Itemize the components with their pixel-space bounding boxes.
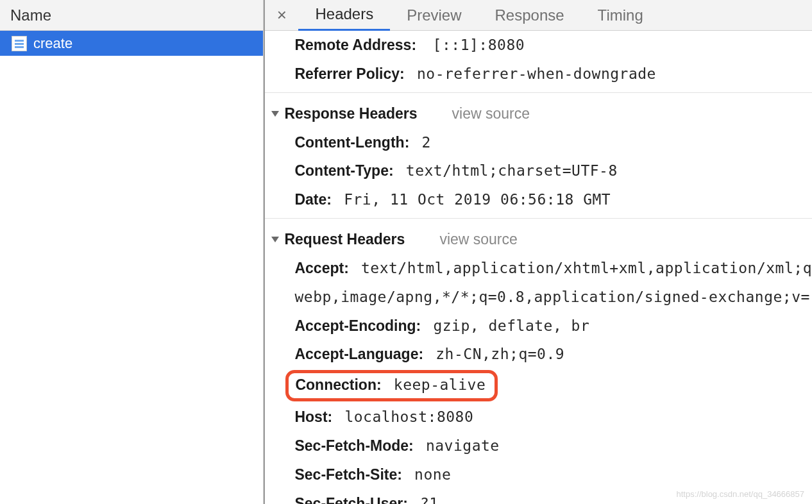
chevron-down-icon (271, 111, 279, 117)
response-headers-section[interactable]: Response Headers view source (265, 99, 812, 128)
accept-language-value: zh-CN,zh;q=0.9 (436, 346, 564, 362)
details-pane: × Headers Preview Response Timing Remote… (264, 0, 812, 504)
sec-fetch-mode-key: Sec-Fetch-Mode: (294, 437, 413, 454)
chevron-down-icon (271, 237, 279, 242)
content-length-key: Content-Length: (294, 134, 409, 151)
tab-timing[interactable]: Timing (581, 0, 660, 31)
watermark: https://blog.csdn.net/qq_34666857 (677, 489, 805, 499)
headers-content: Remote Address: [::1]:8080 Referrer Poli… (265, 31, 812, 504)
content-length-value: 2 (421, 134, 430, 151)
row-referrer-policy: Referrer Policy: no-referrer-when-downgr… (265, 60, 812, 88)
content-type-value: text/html;charset=UTF-8 (406, 162, 618, 179)
row-sec-fetch-mode: Sec-Fetch-Mode: navigate (265, 432, 812, 460)
response-view-source[interactable]: view source (452, 99, 530, 128)
row-date: Date: Fri, 11 Oct 2019 06:56:18 GMT (265, 185, 812, 214)
remote-address-key: Remote Address: (294, 37, 416, 53)
close-icon[interactable]: × (270, 5, 293, 25)
request-name: create (33, 35, 72, 52)
accept-value-line2: webp,image/apng,*/*;q=0.8,application/si… (294, 289, 809, 305)
row-content-type: Content-Type: text/html;charset=UTF-8 (265, 156, 812, 185)
row-accept-encoding: Accept-Encoding: gzip, deflate, br (265, 312, 812, 340)
sec-fetch-mode-value: navigate (426, 437, 500, 454)
row-remote-address: Remote Address: [::1]:8080 (265, 31, 812, 60)
sec-fetch-user-value: ?1 (420, 495, 439, 504)
row-accept-cont: webp,image/apng,*/*;q=0.8,application/si… (265, 283, 812, 312)
request-row-create[interactable]: create (0, 31, 263, 56)
accept-key: Accept: (294, 260, 348, 276)
accept-encoding-key: Accept-Encoding: (294, 317, 421, 334)
tab-response[interactable]: Response (478, 0, 581, 31)
host-key: Host: (294, 408, 332, 425)
date-key: Date: (294, 191, 332, 208)
sidebar-header-name[interactable]: Name (0, 0, 263, 31)
response-headers-title: Response Headers (284, 99, 417, 128)
row-content-length: Content-Length: 2 (265, 128, 812, 157)
connection-key: Connection: (295, 376, 381, 393)
network-sidebar: Name create (0, 0, 264, 504)
connection-highlight: Connection: keep-alive (285, 370, 498, 401)
row-host: Host: localhost:8080 (265, 403, 812, 432)
row-accept-language: Accept-Language: zh-CN,zh;q=0.9 (265, 340, 812, 369)
request-headers-title: Request Headers (284, 225, 405, 254)
host-value: localhost:8080 (344, 408, 473, 425)
connection-value: keep-alive (394, 376, 486, 393)
tab-headers[interactable]: Headers (298, 0, 390, 31)
sec-fetch-site-value: none (414, 466, 451, 483)
referrer-policy-key: Referrer Policy: (294, 65, 404, 82)
row-connection: Connection: keep-alive (265, 370, 812, 401)
referrer-policy-value: no-referrer-when-downgrade (417, 65, 656, 82)
row-accept: Accept: text/html,application/xhtml+xml,… (265, 254, 812, 283)
request-headers-section[interactable]: Request Headers view source (265, 225, 812, 254)
sec-fetch-user-key: Sec-Fetch-User: (294, 495, 407, 504)
file-icon (12, 36, 27, 51)
sec-fetch-site-key: Sec-Fetch-Site: (294, 466, 402, 483)
date-value: Fri, 11 Oct 2019 06:56:18 GMT (344, 191, 611, 208)
content-type-key: Content-Type: (294, 162, 393, 179)
accept-value-line1: text/html,application/xhtml+xml,applicat… (361, 260, 812, 276)
tab-preview[interactable]: Preview (390, 0, 478, 31)
remote-address-value: [::1]:8080 (433, 37, 525, 53)
tab-bar: × Headers Preview Response Timing (265, 0, 812, 31)
request-view-source[interactable]: view source (439, 225, 517, 254)
accept-language-key: Accept-Language: (294, 346, 423, 362)
accept-encoding-value: gzip, deflate, br (433, 317, 589, 334)
row-sec-fetch-site: Sec-Fetch-Site: none (265, 460, 812, 489)
